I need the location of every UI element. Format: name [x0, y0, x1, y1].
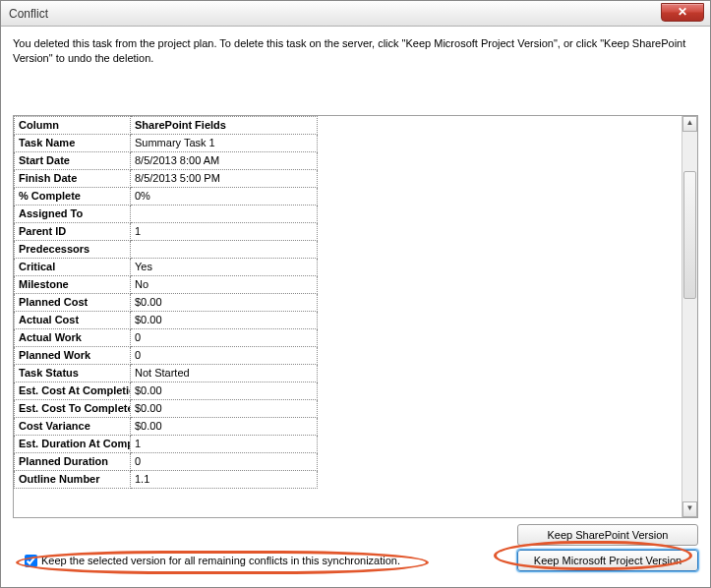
row-value: 0 — [131, 328, 318, 346]
row-label: Task Name — [15, 134, 131, 151]
row-value: $0.00 — [131, 417, 318, 435]
scroll-thumb[interactable] — [683, 171, 696, 299]
row-label: Finish Date — [15, 169, 131, 187]
row-label: Outline Number — [15, 470, 131, 488]
table-row: Assigned To — [15, 205, 318, 222]
grid-header-value: SharePoint Fields — [131, 116, 318, 134]
row-value: No — [131, 275, 318, 293]
dialog-bottom: Keep SharePoint Version Keep Microsoft P… — [13, 518, 698, 575]
table-row: Planned Work0 — [15, 346, 318, 364]
table-row: MilestoneNo — [15, 275, 318, 293]
table-row: Planned Duration0 — [15, 452, 318, 470]
apply-all-label[interactable]: Keep the selected version for all remain… — [41, 555, 400, 567]
row-label: Critical — [15, 258, 131, 275]
table-row: Est. Cost At Completio$0.00 — [15, 382, 318, 399]
apply-all-checkbox[interactable] — [25, 555, 37, 567]
row-value: 0% — [131, 187, 318, 205]
conflict-grid: Column SharePoint Fields Task NameSummar… — [14, 116, 318, 489]
scroll-up-button[interactable]: ▲ — [682, 116, 697, 132]
table-row: Cost Variance$0.00 — [15, 417, 318, 435]
close-button[interactable]: ✕ — [661, 3, 704, 22]
close-icon: ✕ — [678, 5, 687, 19]
row-label: Cost Variance — [15, 417, 131, 435]
table-row: Start Date8/5/2013 8:00 AM — [15, 151, 318, 169]
row-label: Predecessors — [15, 240, 131, 258]
table-row: Outline Number1.1 — [15, 470, 318, 488]
table-row: Finish Date8/5/2013 5:00 PM — [15, 169, 318, 187]
row-value — [131, 205, 318, 222]
apply-all-checkbox-row: Keep the selected version for all remain… — [25, 555, 400, 567]
row-label: Milestone — [15, 275, 131, 293]
row-value: $0.00 — [131, 399, 318, 417]
keep-sharepoint-button[interactable]: Keep SharePoint Version — [517, 524, 698, 546]
row-label: Task Status — [15, 364, 131, 382]
grid-header-row: Column SharePoint Fields — [15, 116, 318, 134]
row-label: Parent ID — [15, 222, 131, 240]
table-row: Actual Work0 — [15, 328, 318, 346]
table-row: Est. Duration At Comp1 — [15, 435, 318, 452]
row-value: Yes — [131, 258, 318, 275]
row-value: 1.1 — [131, 470, 318, 488]
row-label: Planned Duration — [15, 452, 131, 470]
table-row: Task NameSummary Task 1 — [15, 134, 318, 151]
conflict-grid-wrap: Column SharePoint Fields Task NameSummar… — [13, 115, 698, 518]
row-value: 0 — [131, 452, 318, 470]
table-row: Planned Cost$0.00 — [15, 293, 318, 311]
row-value: $0.00 — [131, 382, 318, 399]
row-label: Planned Work — [15, 346, 131, 364]
row-value: Summary Task 1 — [131, 134, 318, 151]
row-label: % Complete — [15, 187, 131, 205]
vertical-scrollbar[interactable]: ▲ ▼ — [681, 116, 697, 517]
keep-ms-project-button[interactable]: Keep Microsoft Project Version — [517, 550, 698, 571]
row-value: $0.00 — [131, 311, 318, 328]
row-value: $0.00 — [131, 293, 318, 311]
row-label: Start Date — [15, 151, 131, 169]
row-label: Est. Duration At Comp — [15, 435, 131, 452]
grid-header-column: Column — [15, 116, 131, 134]
window-title: Conflict — [9, 7, 48, 21]
row-label: Actual Work — [15, 328, 131, 346]
row-label: Est. Cost At Completio — [15, 382, 131, 399]
scroll-track[interactable] — [682, 132, 697, 501]
table-row: % Complete0% — [15, 187, 318, 205]
row-value: Not Started — [131, 364, 318, 382]
table-row: Predecessors — [15, 240, 318, 258]
row-label: Est. Cost To Complete — [15, 399, 131, 417]
row-value — [131, 240, 318, 258]
table-row: Parent ID1 — [15, 222, 318, 240]
row-value: 8/5/2013 8:00 AM — [131, 151, 318, 169]
conflict-grid-area: Column SharePoint Fields Task NameSummar… — [14, 116, 681, 517]
table-row: CriticalYes — [15, 258, 318, 275]
row-value: 8/5/2013 5:00 PM — [131, 169, 318, 187]
table-row: Est. Cost To Complete$0.00 — [15, 399, 318, 417]
row-label: Planned Cost — [15, 293, 131, 311]
table-row: Task StatusNot Started — [15, 364, 318, 382]
table-row: Actual Cost$0.00 — [15, 311, 318, 328]
titlebar: Conflict ✕ — [1, 1, 710, 27]
row-value: 0 — [131, 346, 318, 364]
row-value: 1 — [131, 222, 318, 240]
row-label: Actual Cost — [15, 311, 131, 328]
row-value: 1 — [131, 435, 318, 452]
scroll-down-button[interactable]: ▼ — [682, 501, 697, 517]
dialog-content: You deleted this task from the project p… — [1, 27, 710, 587]
conflict-message: You deleted this task from the project p… — [13, 36, 698, 66]
row-label: Assigned To — [15, 205, 131, 222]
